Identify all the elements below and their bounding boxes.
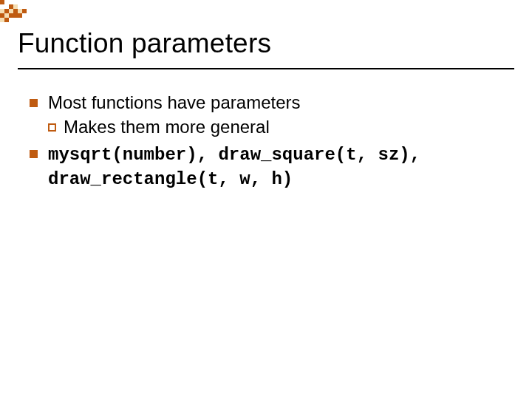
sub-bullet-text: Makes them more general bbox=[64, 117, 270, 137]
bullet-text: Most functions have parameters bbox=[48, 92, 301, 112]
svg-rect-4 bbox=[4, 9, 9, 13]
svg-rect-2 bbox=[13, 4, 18, 9]
bullet-text: mysqrt(number), draw_square(t, sz), draw… bbox=[48, 145, 420, 189]
pixel-logo-icon bbox=[0, 0, 44, 22]
svg-rect-8 bbox=[22, 9, 27, 13]
bullet-item: mysqrt(number), draw_square(t, sz), draw… bbox=[30, 143, 514, 191]
bullet-item: Most functions have parameters Makes the… bbox=[30, 92, 514, 138]
svg-rect-0 bbox=[0, 0, 4, 4]
bullet-filled-icon bbox=[30, 99, 38, 107]
svg-rect-7 bbox=[18, 9, 22, 13]
slide: Function parameters Most functions have … bbox=[0, 0, 532, 399]
svg-rect-6 bbox=[13, 9, 18, 13]
svg-rect-9 bbox=[0, 13, 4, 18]
svg-rect-1 bbox=[9, 4, 13, 9]
svg-rect-14 bbox=[0, 18, 4, 22]
slide-title: Function parameters bbox=[18, 28, 514, 59]
svg-rect-3 bbox=[0, 9, 4, 13]
svg-rect-13 bbox=[18, 13, 22, 18]
svg-rect-11 bbox=[9, 13, 13, 18]
sub-bullet-item: Makes them more general bbox=[48, 116, 514, 139]
svg-rect-5 bbox=[9, 9, 13, 13]
svg-rect-15 bbox=[4, 18, 9, 22]
bullet-hollow-icon bbox=[48, 123, 56, 132]
svg-rect-12 bbox=[13, 13, 18, 18]
bullet-filled-icon bbox=[30, 150, 38, 158]
svg-rect-10 bbox=[4, 13, 9, 18]
